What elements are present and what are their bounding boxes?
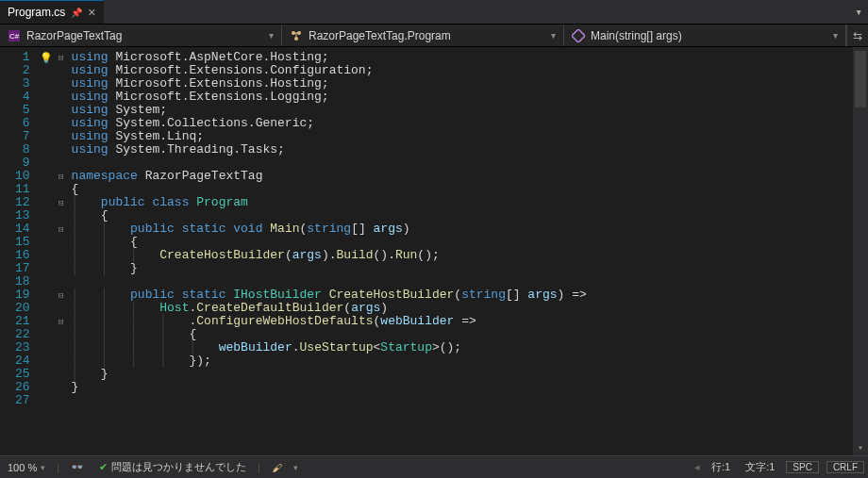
scroll-down-icon[interactable]: ▾ [853, 440, 868, 455]
cursor-line[interactable]: 行:1 [708, 460, 734, 474]
margin-indicators: 💡 [38, 47, 55, 455]
fold-toggle[interactable]: ⊟ [55, 196, 68, 209]
file-tab[interactable]: Program.cs 📌 × [0, 0, 104, 24]
code-content[interactable]: using Microsoft.AspNetCore.Hosting;using… [68, 47, 868, 455]
code-editor[interactable]: 1234567891011121314151617181920212223242… [0, 47, 868, 455]
close-icon[interactable]: × [88, 5, 95, 20]
nav-class-label: RazorPageTextTag.Program [309, 29, 451, 42]
tab-overflow-icon[interactable]: ▾ [849, 5, 868, 20]
nav-project-label: RazorPageTextTag [26, 29, 122, 42]
fold-toggle[interactable]: ⊟ [55, 288, 68, 302]
line-numbers: 1234567891011121314151617181920212223242… [0, 47, 38, 455]
vertical-scrollbar[interactable]: ▴ ▾ [853, 47, 868, 455]
fold-toggle[interactable]: ⊟ [55, 223, 68, 236]
indent-mode[interactable]: SPC [786, 461, 819, 473]
fold-column: ⊟⊟⊟⊟⊟⊟ [55, 47, 68, 455]
class-icon [290, 29, 303, 42]
nav-class[interactable]: RazorPageTextTag.Program ▾ [282, 25, 564, 46]
scroll-left-icon[interactable]: ◂ [694, 461, 700, 473]
split-toggle-icon[interactable]: ⇆ [846, 25, 868, 46]
tab-label: Program.cs [8, 6, 65, 19]
svg-text:C#: C# [9, 32, 20, 41]
glasses-icon[interactable]: 👓 [67, 461, 88, 473]
status-bar: 100 % ▾ | 👓 ✔ 問題は見つかりませんでした | 🖌 ▾ ◂ 行:1 … [0, 455, 868, 478]
method-icon [572, 29, 585, 42]
nav-method-label: Main(string[] args) [591, 29, 682, 42]
chevron-down-icon: ▾ [41, 463, 45, 472]
brush-icon[interactable]: 🖌 [268, 462, 286, 473]
lightbulb-icon[interactable]: 💡 [40, 52, 53, 64]
chevron-down-icon: ▾ [269, 30, 274, 41]
scroll-thumb[interactable] [855, 51, 866, 107]
zoom-level[interactable]: 100 % ▾ [4, 462, 49, 473]
line-ending[interactable]: CRLF [826, 461, 864, 473]
cursor-col[interactable]: 文字:1 [742, 460, 778, 474]
svg-rect-7 [572, 29, 585, 42]
gutter: 1234567891011121314151617181920212223242… [0, 47, 68, 455]
csharp-project-icon: C# [8, 29, 21, 42]
fold-toggle[interactable]: ⊟ [55, 170, 68, 183]
nav-project[interactable]: C# RazorPageTextTag ▾ [0, 25, 282, 46]
nav-method[interactable]: Main(string[] args) ▾ [564, 25, 846, 46]
fold-toggle[interactable]: ⊟ [55, 315, 68, 328]
check-circle-icon: ✔ [99, 461, 108, 473]
pin-icon[interactable]: 📌 [71, 8, 82, 18]
tab-bar: Program.cs 📌 × ▾ [0, 0, 868, 25]
chevron-down-icon: ▾ [833, 30, 838, 41]
fold-toggle[interactable]: ⊟ [55, 51, 68, 64]
issues-status[interactable]: ✔ 問題は見つかりませんでした [95, 460, 250, 474]
navigation-bar: C# RazorPageTextTag ▾ RazorPageTextTag.P… [0, 25, 868, 47]
chevron-down-icon: ▾ [551, 30, 556, 41]
chevron-down-icon: ▾ [293, 463, 298, 472]
